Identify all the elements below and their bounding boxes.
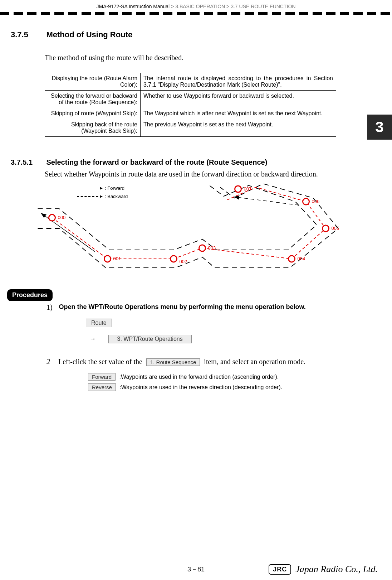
- svg-point-8: [303, 198, 309, 205]
- option-forward-desc: :Waypoints are used in the forward direc…: [119, 374, 279, 380]
- procedures-label: Procedures: [7, 289, 53, 301]
- table-row: Selecting the forward or backward of the…: [45, 91, 336, 108]
- menu-button-wpt-operations[interactable]: 3. WPT/Route Operations: [108, 335, 192, 343]
- breadcrumb-sep: >: [171, 4, 174, 9]
- page-number: 3－81: [187, 565, 205, 574]
- diagram-legend: : Forward : Backward: [77, 185, 128, 202]
- step-2: 2 Left-click the set value of the 1. Rou…: [0, 343, 392, 366]
- step-2-pre: Left-click the set value of the: [58, 358, 144, 366]
- breadcrumb-2: 3.BASIC OPERATION: [175, 4, 225, 9]
- table-row: Displaying the route (Route Alarm Color)…: [45, 73, 336, 91]
- step-1-number: 1): [46, 303, 57, 311]
- brand-box: JRC: [269, 564, 291, 575]
- legend-backward: : Backward: [105, 194, 128, 199]
- svg-point-3: [104, 256, 111, 262]
- option-forward[interactable]: Forward: [88, 373, 116, 381]
- section-title: Method of Using Route: [46, 30, 132, 39]
- waypoint-label: 002: [180, 259, 187, 264]
- route-method-table: Displaying the route (Route Alarm Color)…: [45, 73, 336, 137]
- brand-script: Japan Radio Co., Ltd.: [295, 564, 378, 575]
- section-intro: The method of using the route will be de…: [0, 39, 392, 69]
- table-row: Skipping of route (Waypoint Skip): The W…: [45, 108, 336, 119]
- step-1-text: Open the WPT/Route Operations menu by pe…: [59, 303, 305, 311]
- waypoint-label: 007: [244, 186, 252, 192]
- svg-line-1: [235, 197, 299, 205]
- table-cell-left: Skipping of route (Waypoint Skip):: [45, 108, 141, 119]
- table-row: Skipping back of the route (Waypoint Bac…: [45, 119, 336, 137]
- breadcrumb-3: 3.7 USE ROUTE FUNCTION: [231, 4, 295, 9]
- legend-forward: : Forward: [105, 185, 124, 191]
- chapter-tab: 3: [367, 115, 392, 140]
- step-2-number: 2: [46, 358, 57, 366]
- table-cell-right: The internal route is displayed accordin…: [141, 73, 336, 91]
- option-reverse-desc: :Waypoints are used in the reverse direc…: [119, 384, 282, 390]
- waypoint-label: 006: [312, 199, 320, 204]
- option-reverse[interactable]: Reverse: [88, 383, 116, 391]
- subsection-intro: Select whether Waypoints in route data a…: [0, 166, 392, 182]
- svg-point-9: [235, 186, 241, 192]
- forward-line-icon: [77, 188, 102, 188]
- svg-point-7: [323, 225, 329, 232]
- table-cell-left: Skipping back of the route (Waypoint Bac…: [45, 119, 141, 137]
- divider-thick-dashed: [0, 12, 392, 16]
- table-cell-right: The previous Waypoint is set as the next…: [141, 119, 336, 137]
- menu-button-route[interactable]: Route: [86, 319, 112, 327]
- waypoint-label: 003: [208, 245, 216, 251]
- arrow-icon: →: [89, 335, 96, 343]
- subsection-title: Selecting the forward or backward of the…: [46, 158, 267, 166]
- table-cell-right: Whether to use Waypoints forward or back…: [141, 91, 336, 108]
- waypoint-label: 001: [113, 256, 121, 261]
- breadcrumb: JMA-9172-SA Instruction Manual > 3.BASIC…: [0, 0, 392, 11]
- breadcrumb-manual: JMA-9172-SA Instruction Manual: [97, 4, 170, 9]
- svg-point-5: [199, 245, 206, 251]
- route-diagram: : Forward : Backward 000 001 002 003: [34, 182, 378, 275]
- waypoint-label: 000: [58, 215, 66, 220]
- table-cell-left: Selecting the forward or backward of the…: [45, 91, 141, 108]
- menu-button-route-sequence[interactable]: 1. Route Sequence: [146, 358, 200, 366]
- breadcrumb-sep: >: [226, 4, 229, 9]
- svg-point-4: [171, 256, 177, 262]
- table-cell-left: Displaying the route (Route Alarm Color)…: [45, 73, 141, 91]
- step-2-post: item, and select an operation mode.: [204, 358, 305, 366]
- backward-line-icon: [77, 196, 102, 197]
- subsection-number: 3.7.5.1: [11, 158, 45, 166]
- waypoint-label: 005: [332, 226, 339, 231]
- svg-point-2: [49, 214, 55, 221]
- svg-point-6: [289, 256, 295, 262]
- table-cell-right: The Waypoint which is after next Waypoin…: [141, 108, 336, 119]
- section-number: 3.7.5: [11, 30, 45, 39]
- brand-logo: JRC Japan Radio Co., Ltd.: [269, 564, 378, 575]
- waypoint-label: 004: [298, 256, 305, 261]
